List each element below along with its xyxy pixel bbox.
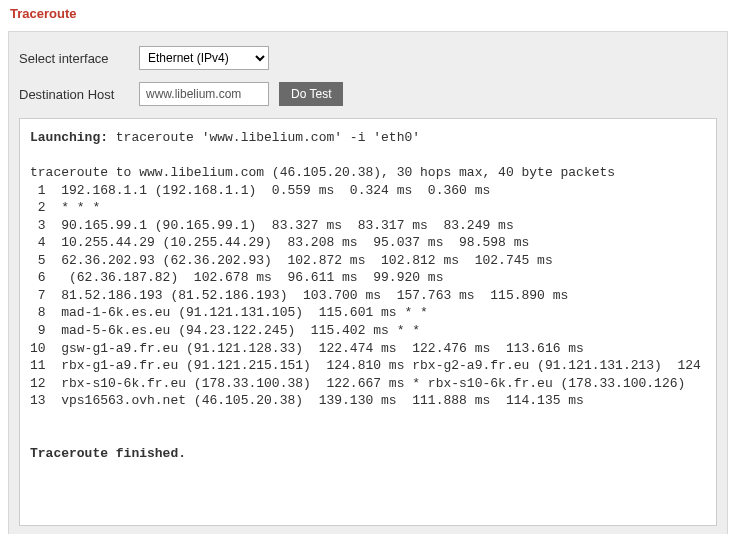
output-body: traceroute to www.libelium.com (46.105.2…: [30, 165, 701, 408]
output-container: Launching: traceroute 'www.libelium.com'…: [19, 118, 717, 526]
interface-select[interactable]: Ethernet (IPv4): [139, 46, 269, 70]
launching-cmd: traceroute 'www.libelium.com' -i 'eth0': [108, 130, 420, 145]
interface-label: Select interface: [19, 51, 129, 66]
finished-label: Traceroute finished.: [30, 446, 186, 461]
do-test-button[interactable]: Do Test: [279, 82, 343, 106]
host-label: Destination Host: [19, 87, 129, 102]
traceroute-panel: Select interface Ethernet (IPv4) Destina…: [8, 31, 728, 534]
output-scroll[interactable]: Launching: traceroute 'www.libelium.com'…: [30, 129, 706, 521]
interface-row: Select interface Ethernet (IPv4): [19, 46, 717, 70]
launching-label: Launching:: [30, 130, 108, 145]
host-input[interactable]: [139, 82, 269, 106]
host-row: Destination Host Do Test: [19, 82, 717, 106]
output-text: Launching: traceroute 'www.libelium.com'…: [30, 129, 706, 470]
page-title: Traceroute: [0, 0, 736, 31]
